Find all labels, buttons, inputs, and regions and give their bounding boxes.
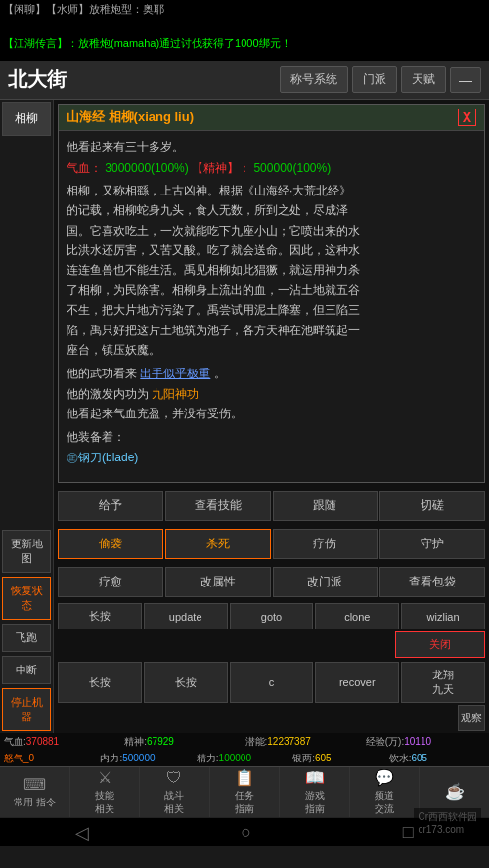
dialog-header: 山海经 相柳(xiang liu) X [59, 105, 484, 131]
back-button[interactable]: ◁ [75, 822, 89, 844]
nav-common-commands[interactable]: ⌨ 常用 指令 [0, 767, 70, 817]
nav-tasks[interactable]: 📋 任务指南 [210, 767, 281, 817]
msg-jianghu: 【江湖传言】：放稚炮(mamaha)通过讨伐获得了1000绑元！ [3, 35, 486, 53]
observe-button[interactable]: 观察 [458, 705, 485, 731]
entity-age: 他看起来有三十多岁。 [67, 137, 476, 156]
chenghaoxitong-button[interactable]: 称号系统 [280, 66, 348, 93]
status-bar-1: 气血:370881 精神:67929 潜能:12237387 经验(万):101… [0, 733, 489, 751]
nav-label-guide: 游戏指南 [305, 789, 325, 816]
view-skills-button[interactable]: 查看技能 [165, 491, 271, 521]
nav-label-skills: 技能相关 [95, 789, 114, 816]
header: 北大街 称号系统 门派 天赋 — [0, 61, 489, 100]
equip-section: 他装备着： ㊣钢刀(blade) [67, 427, 476, 467]
heal2-button[interactable]: 疗愈 [58, 567, 163, 597]
page-title: 北大街 [8, 66, 276, 93]
desc-text: 相柳，又称相繇，上古凶神。根据《山海经·大荒北经》 的记载，相柳蛇身九头，食人无… [67, 181, 476, 361]
latent-status: 潜能:12237387 [245, 735, 365, 749]
nav-label-common: 常用 指令 [14, 796, 56, 809]
entity-dialog: 山海经 相柳(xiang liu) X 他看起来有三十多岁。 气血： 30000… [58, 104, 485, 483]
c-button[interactable]: c [230, 662, 314, 703]
kill-button[interactable]: 杀死 [165, 529, 271, 559]
change-attr-button[interactable]: 改属性 [165, 567, 271, 597]
home-button[interactable]: ○ [241, 822, 251, 843]
hp-status: 气血:370881 [4, 735, 123, 749]
dialog-close-button[interactable]: X [458, 108, 476, 126]
hp-stat: 气血： 3000000(100%) 【精神】： 500000(100%) [67, 158, 476, 178]
close-button[interactable]: 关闭 [395, 631, 485, 658]
protect-button[interactable]: 守护 [379, 529, 485, 559]
give-button[interactable]: 给予 [58, 491, 163, 521]
observe-row: 观察 [58, 705, 485, 731]
sidebar: 相柳 更新地图 恢复状态 飞跑 中断 停止机器 [0, 100, 54, 733]
stop-machine-button[interactable]: 停止机器 [2, 688, 51, 731]
content-area: 山海经 相柳(xiang liu) X 他看起来有三十多岁。 气血： 30000… [54, 100, 489, 733]
view-bag-button[interactable]: 查看包袋 [379, 567, 485, 597]
dialog-body: 他看起来有三十多岁。 气血： 3000000(100%) 【精神】： 50000… [59, 131, 484, 473]
water-status: 饮水:605 [389, 752, 485, 765]
nei-status: 内力:500000 [100, 752, 196, 765]
book-icon: 📖 [305, 768, 325, 787]
fly-button[interactable]: 飞跑 [2, 624, 51, 652]
action-grid-row2: 偷袭 杀死 疗伤 守护 [58, 529, 485, 559]
cmd-row1: 长按 update goto clone wizlian [58, 603, 485, 629]
sneak-attack-button[interactable]: 偷袭 [58, 529, 163, 559]
strength-status: 精力:100000 [197, 752, 292, 765]
equip-item-1: ㊣钢刀(blade) [67, 451, 138, 464]
action-grid-row3: 疗愈 改属性 改门派 查看包袋 [58, 567, 485, 597]
cmd-row2: 长按 长按 c recover 龙翔九天 [58, 662, 485, 703]
action-grid-row1: 给予 查看技能 跟随 切磋 [58, 491, 485, 521]
change-sect-button[interactable]: 改门派 [273, 567, 378, 597]
heal-button[interactable]: 疗伤 [273, 529, 378, 559]
recover-status-button[interactable]: 恢复状态 [2, 577, 51, 620]
tea-icon: ☕ [445, 782, 465, 801]
close-row: 关闭 [58, 631, 485, 658]
combat-info: 他的武功看来 出手似乎极重 。 他的激发内功为 九阳神功 他看起来气血充盈，并没… [67, 364, 476, 423]
longpress1-button[interactable]: 长按 [58, 603, 142, 629]
longxiang-button[interactable]: 龙翔九天 [401, 662, 485, 703]
clone-button[interactable]: clone [315, 603, 399, 629]
tiancai-button[interactable]: 天赋 [401, 66, 446, 93]
interrupt-button[interactable]: 中断 [2, 656, 51, 684]
nav-label-tasks: 任务指南 [235, 789, 254, 816]
hp-value: 3000000(100%) [105, 161, 188, 175]
app-container: 【闲聊】【水师】放稚炮型：奥耶 【江湖传言】：放稚炮(mamaha)通过讨伐获得… [0, 0, 489, 846]
goto-button[interactable]: goto [230, 603, 314, 629]
nav-combat[interactable]: 🛡 战斗相关 [140, 767, 210, 817]
keyboard-icon: ⌨ [23, 775, 46, 794]
recover-button[interactable]: recover [315, 662, 399, 703]
shield-icon: 🛡 [166, 769, 182, 787]
update-map-button[interactable]: 更新地图 [2, 530, 51, 573]
silver-status: 银两:605 [292, 752, 388, 765]
sword-icon: ⚔ [98, 768, 111, 787]
wizlian-button[interactable]: wizlian [401, 603, 485, 629]
nav-label-channel: 频道交流 [375, 789, 394, 816]
minimize-button[interactable]: — [450, 67, 481, 93]
combat-level-link[interactable]: 出手似乎极重 [140, 367, 210, 380]
neigong-name: 九阳神功 [152, 387, 199, 401]
exp-status: 经验(万):10110 [366, 735, 485, 749]
message-area: 【闲聊】【水师】放稚炮型：奥耶 【江湖传言】：放稚炮(mamaha)通过讨伐获得… [0, 0, 489, 61]
sidebar-tab-xiangliu[interactable]: 相柳 [2, 102, 51, 136]
nav-skills[interactable]: ⚔ 技能相关 [70, 767, 141, 817]
nav-game-guide[interactable]: 📖 游戏指南 [280, 767, 350, 817]
chat-icon: 💬 [375, 768, 394, 787]
sp-status: 精神:67929 [124, 735, 244, 749]
task-icon: 📋 [235, 768, 254, 787]
nav-channel[interactable]: 💬 频道交流 [350, 767, 421, 817]
follow-button[interactable]: 跟随 [273, 491, 378, 521]
longpress2-button[interactable]: 长按 [58, 662, 142, 703]
menpai-button[interactable]: 门派 [352, 66, 397, 93]
sp-value: 500000(100%) [253, 161, 331, 175]
update-button[interactable]: update [144, 603, 228, 629]
watermark: Cr西西软件园 cr173.com [414, 808, 481, 837]
dialog-title: 山海经 相柳(xiang liu) [67, 108, 458, 126]
nav-label-combat: 战斗相关 [164, 789, 184, 816]
msg-chat: 【闲聊】【水师】放稚炮型：奥耶 [3, 1, 486, 19]
longpress3-button[interactable]: 长按 [144, 662, 228, 703]
recent-button[interactable]: □ [403, 822, 414, 843]
sp-label: 【精神】： [192, 161, 250, 175]
spar-button[interactable]: 切磋 [379, 491, 485, 521]
hp-label: 气血： [67, 161, 102, 175]
status-bar-2: 怒气_0 内力:500000 精力:100000 银两:605 饮水:605 [0, 751, 489, 766]
equip-header-label: 他装备着： [67, 430, 125, 444]
